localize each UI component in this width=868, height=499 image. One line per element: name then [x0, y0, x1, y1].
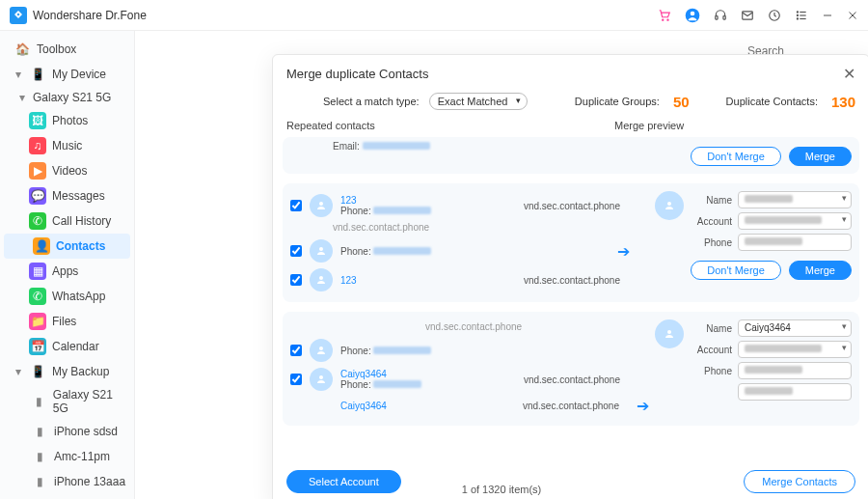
sidebar-call-history[interactable]: ✆Call History [0, 208, 134, 234]
sidebar-backup-item[interactable]: ▮Amc-11pm [0, 444, 134, 469]
sidebar-videos[interactable]: ▶Videos [0, 158, 134, 183]
contact-checkbox[interactable] [290, 274, 302, 286]
contact-checkbox[interactable] [290, 345, 302, 356]
calendar-icon: 📅 [29, 338, 46, 355]
preview-phone-field[interactable] [738, 383, 852, 401]
modal-title: Merge duplicate Contacts [286, 67, 843, 81]
avatar-icon [310, 194, 333, 217]
duplicate-groups-label: Duplicate Groups: [575, 96, 660, 107]
repeated-contact-row[interactable]: Caiyq3464 vnd.sec.contact.phone ➔ [290, 394, 649, 418]
duplicate-contacts-label: Duplicate Contacts: [726, 96, 818, 107]
backup-icon: 📱 [29, 363, 46, 380]
sidebar-my-backup[interactable]: ▾📱My Backup [0, 359, 134, 384]
preview-phone-field[interactable] [738, 234, 852, 251]
account-icon[interactable] [685, 8, 700, 23]
svg-point-21 [319, 276, 323, 280]
sidebar-messages[interactable]: 💬Messages [0, 183, 134, 208]
svg-point-8 [797, 11, 798, 12]
contact-checkbox[interactable] [290, 200, 302, 211]
pager-status: 1 of 1320 item(s) [135, 484, 868, 495]
phone-icon: ▮ [31, 473, 48, 490]
sidebar-my-device[interactable]: ▾📱My Device [0, 62, 134, 87]
repeated-contact-row[interactable]: Caiyq3464Phone: vnd.sec.contact.phone [290, 365, 649, 394]
account-type-text: vnd.sec.contact.phone [425, 319, 649, 336]
svg-point-1 [667, 19, 668, 20]
avatar-icon [310, 268, 333, 291]
match-type-label: Select a match type: [323, 96, 420, 107]
svg-point-20 [319, 247, 323, 251]
preview-name-select[interactable] [738, 191, 852, 208]
duplicate-contacts-count: 130 [831, 94, 855, 110]
minimize-button[interactable] [822, 10, 833, 21]
dont-merge-button[interactable]: Don't Merge [691, 261, 781, 280]
chevron-down-icon: ▾ [14, 68, 23, 81]
home-icon: 🏠 [14, 41, 31, 58]
preview-account-select[interactable] [738, 341, 852, 358]
contacts-icon: 👤 [33, 237, 50, 255]
sidebar-backup-item[interactable]: ▮iPhone 13aaa [0, 469, 134, 494]
arrow-right-icon: ➔ [617, 242, 630, 261]
merge-button[interactable]: Merge [789, 261, 852, 280]
preview-phone-field[interactable] [738, 362, 852, 379]
close-button[interactable] [847, 10, 858, 21]
svg-point-12 [797, 17, 798, 18]
sidebar-files[interactable]: 📁Files [0, 309, 134, 334]
headset-icon[interactable] [714, 9, 727, 22]
merge-button[interactable]: Merge [789, 147, 852, 166]
dont-merge-button[interactable]: Don't Merge [691, 147, 781, 166]
contact-email-row: Email: [290, 141, 649, 166]
sidebar-toolbox[interactable]: 🏠Toolbox [0, 37, 134, 62]
history-icon[interactable] [768, 9, 781, 22]
repeated-contact-row[interactable]: 123Phone: vnd.sec.contact.phone [290, 191, 649, 220]
sidebar-apps[interactable]: ▦Apps [0, 259, 134, 284]
contact-checkbox[interactable] [290, 245, 302, 257]
avatar-icon [310, 339, 333, 362]
sidebar-backup-item[interactable]: ▮iPhone 12 mini [0, 494, 134, 499]
svg-rect-5 [723, 15, 725, 18]
merge-duplicates-modal: Merge duplicate Contacts ✕ Select a matc… [272, 54, 868, 499]
phone-icon: ▮ [31, 423, 48, 440]
repeated-contact-row[interactable]: Phone: ➔ [290, 236, 649, 265]
sidebar-music[interactable]: ♫Music [0, 133, 134, 158]
svg-rect-4 [716, 15, 718, 18]
mail-icon[interactable] [741, 9, 754, 22]
sidebar-backup-item[interactable]: ▮iPhone sdsd [0, 419, 134, 444]
repeated-contact-row[interactable]: Phone: [290, 336, 649, 365]
svg-point-19 [319, 202, 323, 206]
preview-name-select[interactable]: Caiyq3464 [738, 319, 852, 337]
svg-point-0 [663, 19, 664, 20]
files-icon: 📁 [29, 313, 46, 330]
match-type-select[interactable]: Exact Matched [429, 93, 529, 110]
cart-icon[interactable] [658, 9, 671, 22]
repeated-contact-row[interactable]: 123 vnd.sec.contact.phone [290, 265, 649, 294]
messages-icon: 💬 [29, 187, 46, 205]
svg-point-22 [667, 202, 671, 206]
sidebar-calendar[interactable]: 📅Calendar [0, 334, 134, 359]
account-type-text: vnd.sec.contact.phone [333, 220, 649, 236]
svg-point-10 [797, 14, 798, 15]
call-icon: ✆ [29, 212, 46, 230]
modal-close-button[interactable]: ✕ [843, 65, 855, 83]
avatar-icon [310, 239, 333, 263]
duplicate-groups-count: 50 [673, 94, 690, 110]
list-icon[interactable] [795, 9, 808, 22]
preview-account-select[interactable] [738, 212, 852, 230]
videos-icon: ▶ [29, 162, 46, 180]
device-icon: 📱 [29, 66, 46, 83]
music-icon: ♫ [29, 137, 46, 154]
svg-point-25 [667, 330, 671, 334]
chevron-down-icon: ▾ [14, 365, 23, 378]
photos-icon: 🖼 [29, 112, 46, 129]
contact-checkbox[interactable] [290, 374, 302, 385]
app-title: Wondershare Dr.Fone [33, 9, 658, 22]
sidebar-device[interactable]: ▾Galaxy S21 5G [0, 87, 134, 108]
apps-icon: ▦ [29, 263, 46, 280]
sidebar-backup-item[interactable]: ▮Galaxy S21 5G [0, 384, 134, 419]
sidebar-whatsapp[interactable]: ✆WhatsApp [0, 284, 134, 309]
merge-preview-header: Merge preview [614, 120, 855, 131]
svg-point-24 [319, 375, 323, 379]
phone-icon: ▮ [31, 393, 47, 410]
sidebar-photos[interactable]: 🖼Photos [0, 108, 134, 133]
sidebar-contacts[interactable]: 👤Contacts [4, 234, 130, 259]
svg-point-3 [691, 11, 695, 15]
